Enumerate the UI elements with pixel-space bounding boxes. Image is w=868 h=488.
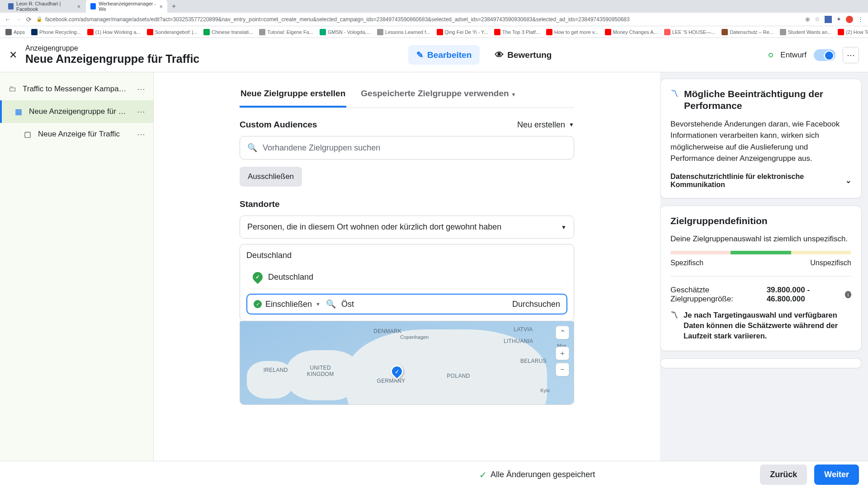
content-row: 🗀 Traffic to Messenger Kampa… ⋯ ▦ Neue A… xyxy=(0,72,868,461)
close-button[interactable]: ✕ xyxy=(9,49,17,61)
search-icon: 🔍 xyxy=(247,143,257,153)
map-label: GERMANY xyxy=(377,378,406,384)
page-header: ✕ Anzeigengruppe Neue Anzeigengruppe für… xyxy=(0,38,868,72)
check-icon: ✓ xyxy=(254,300,262,308)
map-label: IRELAND xyxy=(264,367,288,373)
bookmark-item[interactable]: GMSN - Vologda,... xyxy=(320,29,371,35)
zoom-out-button[interactable]: − xyxy=(556,363,569,376)
location-search-row: ✓ Einschließen ▼ 🔍 Durchsuchen xyxy=(246,294,567,314)
extensions-icon[interactable]: ✦ xyxy=(836,16,841,23)
close-icon[interactable]: × xyxy=(159,3,163,10)
nav-ad[interactable]: ▢ Neue Anzeige für Traffic ⋯ xyxy=(0,123,153,145)
tab-title: Werbeanzeigenmanager - We xyxy=(99,1,156,12)
chevron-down-icon: ⌄ xyxy=(845,176,851,185)
new-tab-button[interactable]: + xyxy=(168,2,179,10)
card-title: Mögliche Beeinträchtigung der Performanc… xyxy=(684,88,851,112)
bookmark-item[interactable]: LEE 'S HOUSE—... xyxy=(664,29,716,35)
bookmark-item[interactable]: Student Wants an... xyxy=(780,29,831,35)
bookmark-item[interactable]: Phone Recycling... xyxy=(31,29,81,35)
more-icon[interactable]: ⋯ xyxy=(137,107,146,117)
lock-icon: 🔒 xyxy=(36,16,42,22)
bookmark-item[interactable]: Lessons Learned f... xyxy=(377,29,430,35)
eye-icon: 👁 xyxy=(495,50,504,60)
bookmark-item[interactable]: (1) How Working a... xyxy=(87,29,141,35)
ad-icon: ▢ xyxy=(23,129,33,139)
gauge-label-unspecific: Unspezifisch xyxy=(810,259,851,267)
bookmark-item[interactable]: Money Changes A... xyxy=(605,29,658,35)
edit-button[interactable]: ✎Bearbeiten xyxy=(408,45,480,65)
review-button[interactable]: 👁Bewertung xyxy=(487,46,560,65)
caret-down-icon: ▼ xyxy=(561,224,566,230)
close-icon[interactable]: × xyxy=(77,3,80,10)
browser-chrome: Leon R. Chaudhari | Facebook× Werbeanzei… xyxy=(0,0,868,38)
info-icon[interactable]: i xyxy=(845,291,851,298)
status-toggle[interactable] xyxy=(814,49,835,61)
audience-tabs: Neue Zielgruppe erstellen Gespeicherte Z… xyxy=(240,81,574,108)
caret-down-icon: ▼ xyxy=(316,301,321,307)
card-title: Zielgruppendefinition xyxy=(670,215,851,227)
location-map[interactable]: DENMARK Copenhagen LATVIA LITHUANIA Mos … xyxy=(240,321,574,405)
country-name: Deutschland xyxy=(268,272,313,282)
people-select[interactable]: Personen, die in diesem Ort wohnen oder … xyxy=(240,216,574,239)
caret-down-icon: ▼ xyxy=(569,122,574,128)
bookmark-item[interactable]: Sonderangebot! |... xyxy=(147,29,197,35)
bookmark-item[interactable]: Apps xyxy=(5,29,25,35)
browser-tab[interactable]: Leon R. Chaudhari | Facebook× xyxy=(4,0,85,14)
bookmarks-bar: Apps Phone Recycling... (1) How Working … xyxy=(0,26,868,38)
country-item[interactable]: Deutschland xyxy=(246,266,567,288)
next-button[interactable]: Weiter xyxy=(814,465,859,485)
star-icon[interactable]: ☆ xyxy=(815,16,820,23)
map-label: DENMARK xyxy=(373,328,401,334)
trend-icon: 〽 xyxy=(670,310,678,341)
bookmark-item[interactable]: Datenschutz – Re... xyxy=(722,29,774,35)
nav-label: Neue Anzeigengruppe für … xyxy=(29,107,126,116)
address-bar[interactable]: 🔒facebook.com/adsmanager/manage/adsets/e… xyxy=(36,16,801,23)
bookmark-item[interactable]: (2) How To Add A... xyxy=(838,29,868,35)
browser-tab[interactable]: Werbeanzeigenmanager - We× xyxy=(86,0,167,14)
privacy-expand[interactable]: Datenschutzrichtlinie für elektronische … xyxy=(670,173,851,189)
saved-indicator: ✓ Alle Änderungen gespeichert xyxy=(479,469,595,480)
bookmark-item[interactable]: The Top 3 Platf... xyxy=(494,29,540,35)
zoom-reset-button[interactable]: ⌃ xyxy=(556,326,569,339)
tab-create-audience[interactable]: Neue Zielgruppe erstellen xyxy=(240,81,346,108)
left-nav: 🗀 Traffic to Messenger Kampa… ⋯ ▦ Neue A… xyxy=(0,72,154,461)
profile-icon[interactable] xyxy=(846,16,853,23)
country-heading: Deutschland xyxy=(246,251,567,260)
footer-bar: ✓ Alle Änderungen gespeichert Zurück Wei… xyxy=(0,461,868,488)
bookmark-item[interactable]: Qing Fei De Yi - Y... xyxy=(437,29,488,35)
location-input[interactable] xyxy=(341,300,507,309)
bookmark-item[interactable]: Tutorial: Eigene Fa... xyxy=(259,29,313,35)
back-icon[interactable]: ← xyxy=(5,16,11,23)
pencil-icon: ✎ xyxy=(416,50,424,60)
more-icon[interactable]: ⋯ xyxy=(137,129,146,139)
fb-ext-icon[interactable] xyxy=(825,16,832,23)
menu-icon[interactable]: ⋮ xyxy=(858,16,863,23)
zoom-in-button[interactable]: ＋ xyxy=(556,347,569,360)
audience-gauge xyxy=(670,251,851,254)
nav-campaign[interactable]: 🗀 Traffic to Messenger Kampa… ⋯ xyxy=(0,78,153,100)
search-icon: 🔍 xyxy=(326,299,336,309)
bookmark-item[interactable]: How to get more v... xyxy=(546,29,599,35)
custom-audiences-label: Custom Audiences xyxy=(240,120,317,130)
forward-icon[interactable]: → xyxy=(15,16,22,23)
locations-label: Standorte xyxy=(240,199,574,209)
nav-adset[interactable]: ▦ Neue Anzeigengruppe für … ⋯ xyxy=(0,100,153,123)
estimate-value: 39.800.000 - 46.800.000 xyxy=(767,286,841,304)
exclude-button[interactable]: Ausschließen xyxy=(240,167,302,187)
browse-button[interactable]: Durchsuchen xyxy=(512,300,560,309)
page-title: Neue Anzeigengruppe für Traffic xyxy=(25,52,199,66)
card-body: Bevorstehende Änderungen daran, wie Face… xyxy=(670,118,851,164)
more-icon[interactable]: ⋯ xyxy=(137,84,146,94)
back-button[interactable]: Zurück xyxy=(760,465,807,485)
tab-saved-audience[interactable]: Gespeicherte Zielgruppe verwenden ▾ xyxy=(360,81,516,108)
zoom-icon[interactable]: ⊕ xyxy=(805,16,810,23)
card-body: Deine Zielgruppenauswahl ist ziemlich un… xyxy=(670,233,851,245)
bookmark-item[interactable]: Chinese translati... xyxy=(203,29,253,35)
more-button[interactable]: ⋯ xyxy=(843,47,859,63)
reload-icon[interactable]: ⟳ xyxy=(26,16,32,23)
include-dropdown[interactable]: ✓ Einschließen ▼ xyxy=(254,300,321,309)
new-create-dropdown[interactable]: Neu erstellen▼ xyxy=(517,120,574,130)
chevron-down-icon: ▾ xyxy=(511,91,515,98)
custom-audience-search[interactable]: 🔍 Vorhandene Zielgruppen suchen xyxy=(240,136,574,160)
map-label: POLAND xyxy=(447,373,470,379)
